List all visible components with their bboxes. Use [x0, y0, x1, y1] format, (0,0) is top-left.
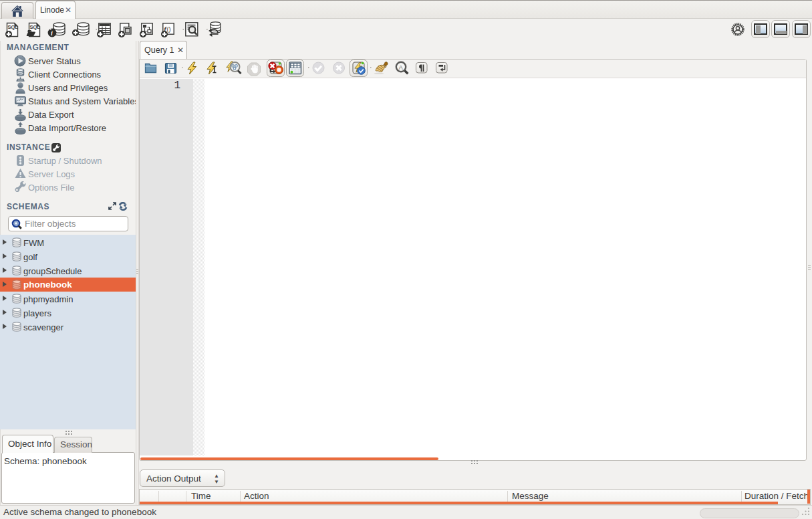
svg-text:i: i: [51, 29, 53, 37]
svg-text:A: A: [399, 64, 404, 71]
svg-text:(): (): [167, 26, 171, 33]
